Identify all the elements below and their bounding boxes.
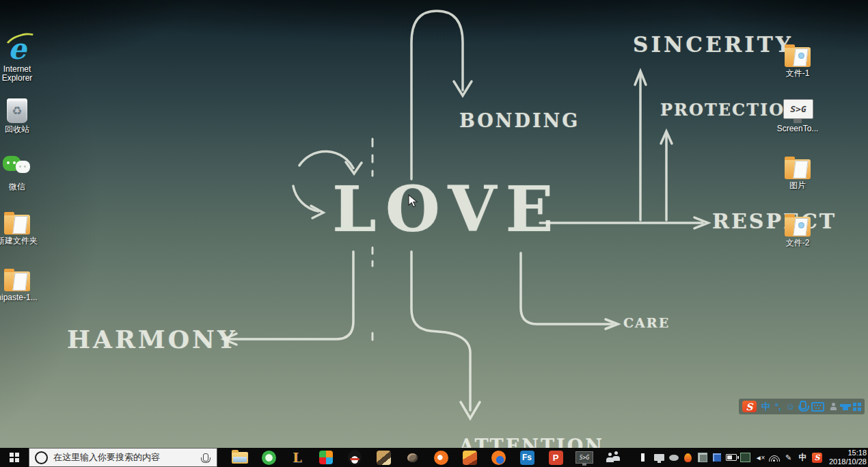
search-input[interactable]: 在这里输入你要搜索的内容 [29,448,217,467]
folder-icon [785,159,811,179]
desktop-icon-wechat[interactable]: 微信 [0,153,40,191]
desktop-icon-label: 回收站 [5,125,29,134]
desktop-icon-file-2[interactable]: 文件-2 [775,209,820,248]
emoji-icon[interactable]: ☺ [786,402,795,411]
screentogif-taskbar-icon: S>G [575,451,593,464]
punctuation-icon[interactable]: °, [775,402,781,411]
screentogif-screen-text: S>G [783,99,813,119]
faststone-icon: Fs [520,451,534,465]
tray-monitor-icon[interactable] [652,448,666,467]
taskbar-app-l[interactable]: L [283,448,312,467]
desktop-icon-screentogif[interactable]: S>G ScreenTo... [775,95,820,133]
monitor-icon [654,454,664,461]
clock-time: 15:18 [826,449,867,457]
panes-icon [641,453,649,462]
keyboard-icon[interactable] [811,402,824,412]
tray-volume-muted[interactable]: ◄× [752,448,767,467]
start-button[interactable] [0,448,29,467]
tray-chip-icon[interactable] [709,448,724,467]
flame-browser-icon [491,451,506,465]
sogou-logo-icon[interactable]: S [742,401,757,412]
flame-icon [684,453,692,462]
desktop-icon-file-1[interactable]: 文件-1 [775,40,820,78]
desktop-wallpaper: LOVE BONDING SINCERITY PROTECTION RESPEC… [0,0,868,448]
desktop-icon-label: ScreenTo... [777,124,819,133]
presentation-icon: P [549,451,563,465]
desktop-icon-internet-explorer[interactable]: e Internet Explorer [0,36,40,83]
tray-pen[interactable]: ✎ [781,448,796,467]
battery-icon [726,454,737,461]
desktop-icon-label: 图片 [789,181,806,190]
taskbar-app-paw[interactable] [398,448,426,467]
green-screen-icon [740,453,750,462]
volume-muted-icon: ◄× [755,454,765,462]
desktop-icon-label: 文件-1 [786,69,810,78]
taskbar-app-browser-green[interactable] [254,448,283,467]
desktop-icon-label: nipaste-1... [0,293,38,302]
wifi-icon [769,453,780,462]
clock-date: 2018/10/28 [826,457,867,466]
desktop-icon-recycle-bin[interactable]: ♻ 回收站 [0,96,40,134]
search-placeholder: 在这里输入你要搜索的内容 [53,451,198,464]
wallpaper-word-sincerity: SINCERITY [633,34,794,55]
taskbar-app-browser-flame[interactable] [484,448,513,467]
folder-icon [4,271,30,291]
desktop-icon-pictures[interactable]: 图片 [775,152,820,190]
tools-icon[interactable] [829,402,838,411]
taskbar-app-live-orange[interactable] [426,448,455,467]
wechat-icon [3,156,31,181]
screentogif-icon: S>G [783,99,812,122]
tray-ime-indicator[interactable]: 中 [796,448,810,467]
taskbar-clock[interactable]: 15:18 2018/10/28 [826,448,868,467]
folder-icon [4,215,30,235]
game-icon [377,451,391,465]
taskbar-app-file-explorer[interactable] [226,448,254,467]
pen-icon: ✎ [785,453,791,462]
windows-logo-icon [10,453,19,462]
taskbar-app-game-2[interactable] [455,448,484,467]
tray-wifi[interactable] [767,448,781,467]
blue-chip-icon [713,453,721,462]
taskbar: 在这里输入你要搜索的内容 L Fs P S>G ◄× ✎ 中 S 15:18 [0,448,868,467]
taskbar-app-game-1[interactable] [369,448,398,467]
tray-sogou[interactable]: S [810,448,824,467]
skin-icon[interactable] [843,404,848,410]
ime-mode-toggle[interactable]: 中 [761,402,770,411]
oval-icon [669,455,679,461]
tray-screen-icon[interactable] [738,448,752,467]
desktop-icon-nipaste[interactable]: nipaste-1... [0,264,40,302]
toolbox-grid-icon[interactable] [853,403,856,406]
paw-icon [407,453,418,462]
taskbar-app-color-grid[interactable] [312,448,340,467]
taskbar-app-people[interactable] [599,448,627,467]
internet-explorer-icon: e [8,36,27,63]
taskbar-app-faststone[interactable]: Fs [513,448,541,467]
cortana-icon [35,451,48,464]
wallpaper-word-harmony: HARMONY [67,327,238,351]
wallpaper-word-love: LOVE [332,178,562,241]
sogou-ime-bar[interactable]: S 中 °, ☺ [739,399,865,414]
desktop-icon-label: 微信 [9,183,25,191]
qq-penguin-icon [348,450,362,465]
taskbar-app-qq[interactable] [340,448,369,467]
tray-window-icon[interactable] [695,448,709,467]
folder-image-icon [785,47,811,67]
system-tray: ◄× ✎ 中 S [638,448,824,467]
taskbar-apps: L Fs P S>G [226,448,627,467]
taskbar-app-screentogif[interactable]: S>G [570,448,599,467]
taskbar-app-wps-presentation[interactable]: P [541,448,570,467]
tray-flame-icon[interactable] [681,448,695,467]
tray-mouse-icon[interactable] [666,448,681,467]
l-app-icon: L [293,450,301,465]
green-browser-icon [262,451,276,465]
tray-battery-icon[interactable] [724,448,738,467]
search-mic-icon[interactable] [203,453,208,462]
tray-app-icon[interactable] [638,448,652,467]
color-grid-icon [319,451,333,464]
desktop-icon-new-folder[interactable]: 新建文件夹 [0,207,40,245]
wallpaper-word-bonding: BONDING [459,111,580,130]
mouse-cursor [408,194,418,208]
voice-input-icon[interactable] [800,401,806,410]
orange-eye-icon [434,451,448,465]
folder-image-icon [785,217,811,237]
